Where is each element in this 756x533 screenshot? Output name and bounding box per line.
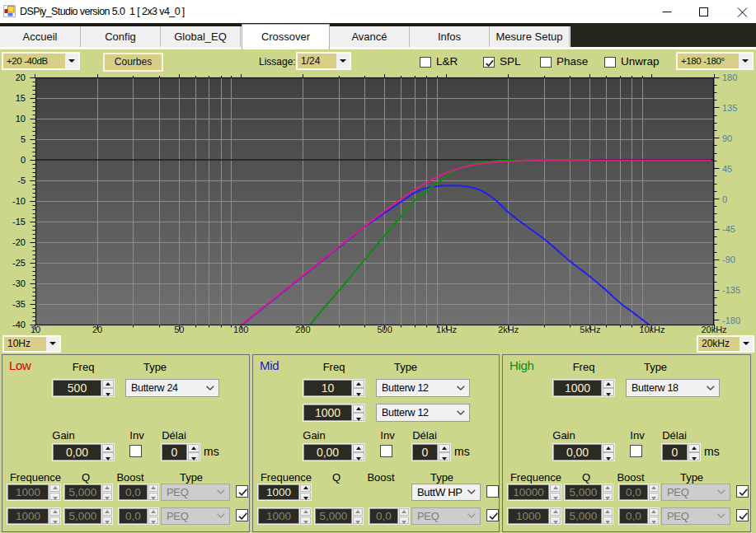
svg-text:-5: -5 — [17, 175, 26, 185]
svg-text:180: 180 — [722, 72, 737, 82]
svg-text:10: 10 — [16, 114, 26, 124]
svg-text:15: 15 — [16, 93, 26, 103]
svg-text:90: 90 — [722, 133, 732, 143]
svg-text:-30: -30 — [12, 278, 26, 288]
svg-text:1kHz: 1kHz — [436, 325, 457, 334]
svg-text:-25: -25 — [12, 258, 26, 268]
svg-text:20: 20 — [16, 72, 26, 82]
svg-text:50: 50 — [174, 325, 184, 334]
svg-text:10: 10 — [31, 325, 40, 334]
svg-text:-10: -10 — [12, 196, 26, 206]
svg-text:5kHz: 5kHz — [580, 325, 600, 334]
svg-text:20: 20 — [92, 325, 102, 334]
svg-text:5: 5 — [21, 134, 26, 144]
svg-text:-90: -90 — [722, 255, 735, 264]
svg-text:500: 500 — [377, 325, 392, 334]
svg-text:45: 45 — [722, 164, 732, 174]
svg-text:135: 135 — [722, 103, 737, 113]
svg-text:-35: -35 — [12, 299, 26, 309]
svg-text:200: 200 — [295, 325, 310, 334]
svg-text:20kHz: 20kHz — [701, 325, 726, 334]
svg-text:2kHz: 2kHz — [498, 325, 519, 334]
svg-text:-40: -40 — [12, 320, 26, 330]
svg-text:-135: -135 — [722, 285, 740, 295]
svg-text:0: 0 — [21, 155, 26, 165]
svg-text:-45: -45 — [722, 224, 735, 234]
svg-text:0: 0 — [722, 194, 727, 204]
svg-text:10kHz: 10kHz — [639, 325, 664, 334]
svg-text:-20: -20 — [12, 237, 26, 247]
svg-text:100: 100 — [233, 325, 248, 334]
svg-text:-15: -15 — [12, 217, 26, 227]
